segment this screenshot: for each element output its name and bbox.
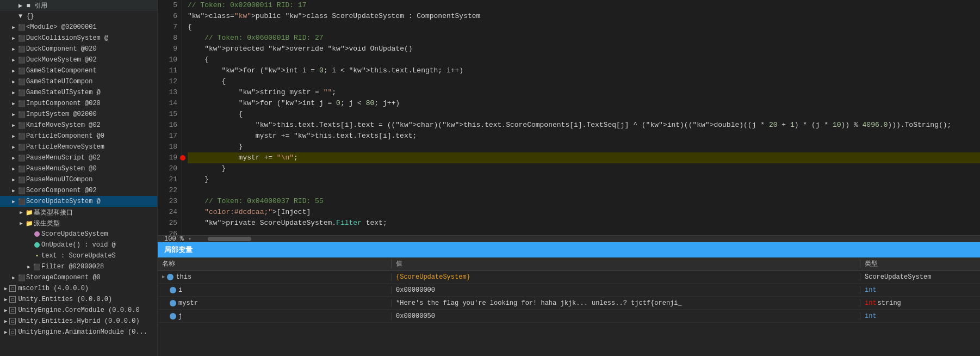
tree-icon-orange-cube: ⬛ (17, 122, 26, 129)
tree-icon-folder: 📁 (25, 220, 34, 227)
tree-arrow: ▶ (10, 68, 17, 74)
line-number-20: 20 (162, 163, 177, 174)
locals-row-3: j0x00000050int (158, 310, 980, 323)
sidebar-item-pauseMenuScript[interactable]: ▶⬛PauseMenuScript @02 (0, 152, 157, 163)
code-text-24: "color:#dcdcaa;">[Inject] (188, 207, 311, 218)
sidebar-item-label-refs: ▶ ■ 引用 (18, 1, 47, 10)
line-number-8: 8 (162, 33, 177, 44)
lib-arrow: ▶ (4, 318, 7, 324)
tree-arrow: ▶ (10, 122, 17, 128)
tree-arrow: ▶ (10, 112, 17, 118)
sidebar-item-pauseMenuUI[interactable]: ▶⬛PauseMenuUICompon (0, 174, 157, 185)
sidebar-item-scoreComp[interactable]: ▶⬛ScoreComponent @02 (0, 185, 157, 196)
tree-arrow: ▶ (10, 101, 17, 107)
tree-icon-orange-cube: ⬛ (17, 155, 26, 162)
sidebar-item-gameStateUI[interactable]: ▶⬛GameStateUICompon (0, 76, 157, 87)
sidebar-item-label-duckComponent: DuckComponent @020 (26, 45, 97, 53)
sidebar: ▶ ■ 引用▼ {}▶⬛<Module> @02000001▶⬛DuckColl… (0, 0, 158, 356)
sidebar-item-onUpdate[interactable]: OnUpdate() : void @ (0, 240, 157, 250)
code-text-16: "kw">this.text.Texts[i].text = (("kw">ch… (188, 120, 951, 131)
tree-arrow: ▶ (25, 264, 33, 270)
expand-arrow-0[interactable]: ▶ (162, 274, 165, 280)
tree-arrow: ▶ (17, 210, 25, 216)
sidebar-item-duckMove[interactable]: ▶⬛DuckMoveSystem @02 (0, 54, 157, 65)
lib-item-4[interactable]: ▶ □ UnityEngine.AnimationModule (0... (0, 327, 157, 337)
locals-type-2: int string (860, 299, 980, 307)
code-line-25: "kw">private ScoreUpdateSystem.Filter te… (188, 218, 980, 229)
sidebar-item-inputSys[interactable]: ▶⬛InputSystem @02000 (0, 109, 157, 120)
lib-item-2[interactable]: ▶ □ UnityEngine.CoreModule (0.0.0.0 (0, 305, 157, 316)
sidebar-item-baseTypes[interactable]: ▶📁基类型和接口 (0, 207, 157, 218)
line-number-25: 25 (162, 218, 177, 229)
lib-item-1[interactable]: ▶ □ Unity.Entities (0.0.0.0) (0, 294, 157, 305)
sidebar-item-label-duckMove: DuckMoveSystem @02 (26, 56, 97, 64)
code-text-12: { (188, 76, 226, 87)
sidebar-item-gameState[interactable]: ▶⬛GameStateComponent (0, 65, 157, 76)
sidebar-item-filterItem[interactable]: ▶⬛Filter @02000028 (0, 261, 157, 272)
code-line-14: "kw">for ("kw">int j = 0; j < 80; j++) (188, 98, 980, 109)
sidebar-item-particleRemove[interactable]: ▶⬛ParticleRemoveSystem (0, 142, 157, 152)
code-line-5: // Token: 0x02000011 RID: 17 (188, 0, 980, 11)
code-line-13: "kw">string mystr = ""; (188, 87, 980, 98)
sidebar-item-duckCollision[interactable]: ▶⬛DuckCollisionSystem @ (0, 33, 157, 44)
breakpoint-19 (180, 155, 185, 161)
tree-container: ▶ ■ 引用▼ {}▶⬛<Module> @02000001▶⬛DuckColl… (0, 0, 157, 283)
code-text-13: "kw">string mystr = ""; (188, 87, 336, 98)
tree-arrow: ▶ (10, 155, 17, 161)
var-name-2: mystr (178, 299, 198, 307)
tree-arrow: ▶ (10, 57, 17, 63)
line-number-7: 7 (162, 22, 177, 33)
libs-container: ▶ □ mscorlib (4.0.0.0) ▶ □ Unity.Entitie… (0, 283, 157, 337)
type-span-1: int (865, 286, 877, 294)
code-line-9: "kw">protected "kw">override "kw">void O… (188, 44, 980, 54)
lib-arrow: ▶ (4, 329, 7, 335)
sidebar-item-storageComp[interactable]: ▶⬛StorageComponent @0 (0, 272, 157, 283)
lib-label-1: Unity.Entities (0.0.0.0) (18, 296, 112, 303)
tree-icon-purple-circle (33, 231, 41, 237)
line-number-22: 22 (162, 185, 177, 196)
sidebar-item-obj[interactable]: ▼ {} (0, 11, 157, 22)
var-value-span-0: {ScoreUpdateSystem} (396, 273, 470, 281)
sidebar-item-label-scoreUpdateSysItem: ScoreUpdateSystem (41, 230, 108, 238)
code-area: 5678910111213141516171819202122232425262… (158, 0, 980, 242)
code-line-18: } (188, 142, 980, 152)
code-text-6: "kw">class="kw">public "kw">class ScoreU… (188, 11, 480, 22)
code-line-22 (188, 185, 980, 196)
sidebar-item-inputComp[interactable]: ▶⬛InputComponent @020 (0, 98, 157, 109)
sidebar-item-scoreUpdateSysItem[interactable]: ScoreUpdateSystem (0, 229, 157, 240)
line-number-21: 21 (162, 174, 177, 185)
sidebar-item-particleComp[interactable]: ▶⬛ParticleComponent @0 (0, 131, 157, 142)
sidebar-item-derivedTypes[interactable]: ▶📁派生类型 (0, 218, 157, 229)
sidebar-item-label-inputSys: InputSystem @02000 (26, 111, 97, 118)
zoom-dropdown-arrow[interactable]: ▾ (188, 236, 191, 242)
locals-row-0: ▶this{ScoreUpdateSystem}ScoreUpdateSyste… (158, 271, 980, 284)
tree-icon-orange-cube: ⬛ (17, 46, 26, 53)
lib-item-3[interactable]: ▶ □ Unity.Entities.Hybrid (0.0.0.0) (0, 316, 157, 327)
sidebar-item-module[interactable]: ▶⬛<Module> @02000001 (0, 22, 157, 33)
code-text-19: mystr += "\n"; (188, 152, 298, 163)
horizontal-scrollbar-thumb[interactable] (208, 237, 251, 241)
sidebar-item-pauseMenuSys[interactable]: ▶⬛PauseMenuSystem @0 (0, 163, 157, 174)
code-line-10: { (188, 54, 980, 65)
lib-item-0[interactable]: ▶ □ mscorlib (4.0.0.0) (0, 283, 157, 294)
sidebar-item-label-particleComp: ParticleComponent @0 (26, 132, 104, 140)
sidebar-item-textField[interactable]: ▪text : ScoreUpdateS (0, 250, 157, 261)
lib-arrow: ▶ (4, 308, 7, 314)
sidebar-item-label-scoreComp: ScoreComponent @02 (26, 187, 97, 194)
lib-arrow: ▶ (4, 297, 7, 303)
sidebar-item-knifeMov[interactable]: ▶⬛KnifeMoveSystem @02 (0, 120, 157, 131)
code-scrollbar: 100 % ▾ (158, 235, 980, 242)
sidebar-item-scoreUpdateSys[interactable]: ▶⬛ScoreUpdateSystem @ (0, 196, 157, 207)
var-name-1: i (178, 286, 182, 294)
tree-icon-orange-cube: ⬛ (17, 176, 26, 183)
code-scroll[interactable]: 5678910111213141516171819202122232425262… (158, 0, 980, 235)
code-text-23: // Token: 0x04000037 RID: 55 (188, 196, 324, 207)
sidebar-item-gameStateUISys[interactable]: ▶⬛GameStateUISystem @ (0, 87, 157, 98)
tree-icon-orange-cube: ⬛ (17, 165, 26, 173)
sidebar-item-refs[interactable]: ▶ ■ 引用 (0, 0, 157, 11)
zoom-label[interactable]: 100 % (160, 235, 188, 242)
sidebar-item-duckComponent[interactable]: ▶⬛DuckComponent @020 (0, 44, 157, 54)
tree-arrow: ▶ (17, 220, 25, 226)
code-content: // Token: 0x02000011 RID: 17"kw">class="… (182, 0, 980, 235)
lib-label-0: mscorlib (4.0.0.0) (18, 285, 89, 292)
